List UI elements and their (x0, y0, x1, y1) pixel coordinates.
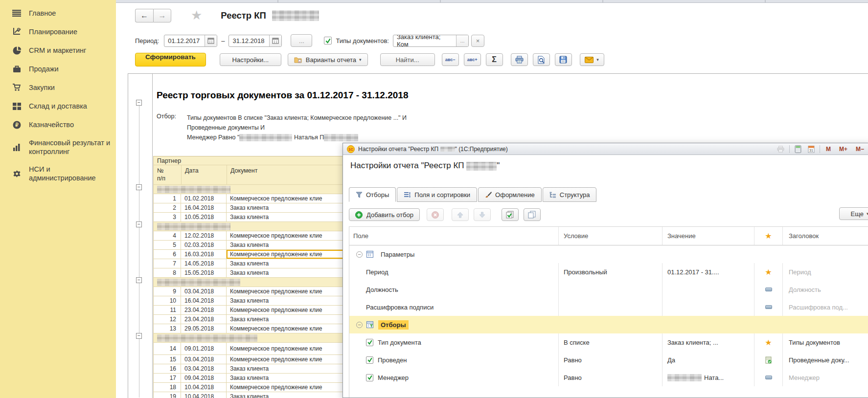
cell-num[interactable]: 3 (154, 213, 181, 221)
dialog-titlebar[interactable]: 1С Настройки отчета "Реестр КП " (1С:Пре… (343, 143, 868, 155)
cell-num[interactable]: 11 (154, 306, 181, 314)
cell-date[interactable]: 09.01.2018 (181, 343, 227, 354)
tab-appearance[interactable]: Оформление (478, 187, 542, 202)
column-header-num[interactable]: № п/п (154, 165, 181, 184)
partner-group-row[interactable] (154, 278, 346, 287)
cell-condition[interactable]: Произвольный (559, 263, 662, 281)
posted-doc-marker-icon[interactable] (765, 356, 772, 364)
tab-fields-sorting[interactable]: Поля и сортировки (397, 187, 477, 202)
cell-date[interactable]: 23.04.2018 (181, 315, 227, 324)
column-header-star[interactable]: ★ (754, 227, 783, 245)
cell-num[interactable]: 7 (154, 259, 181, 268)
cell-num[interactable]: 15 (154, 355, 181, 364)
column-header-date[interactable]: Дата (181, 165, 227, 184)
cell-date[interactable]: 10.05.2018 (181, 213, 227, 221)
cell-value[interactable] (662, 281, 754, 298)
calculator-icon[interactable] (793, 145, 803, 154)
period-to-field[interactable]: 31.12.2018 (228, 35, 282, 47)
print-button[interactable] (511, 53, 528, 66)
cell-value[interactable]: 01.12.2017 - 31.... (662, 263, 754, 281)
column-header-field[interactable]: Поле (349, 227, 559, 245)
report-row[interactable]: 1603.04.2018Заказ клиента (154, 364, 346, 374)
cell-document[interactable]: Коммерческое предложение клие (227, 231, 346, 240)
cell-field[interactable]: Менеджер (349, 369, 559, 386)
report-row[interactable]: 412.02.2018Коммерческое предложение клие (154, 231, 346, 241)
cell-field[interactable]: Тип документа (349, 333, 559, 351)
settings-filter-row[interactable]: ПериодПроизвольный01.12.2017 - 31....★Пе… (349, 263, 868, 281)
report-row[interactable]: 310.05.2018Заказ клиента (154, 213, 346, 222)
cell-num[interactable]: 8 (154, 268, 181, 277)
cell-document[interactable]: Коммерческое предложение клие (227, 383, 346, 392)
add-highlight-button[interactable]: авс+ (464, 53, 481, 66)
cell-document[interactable]: Коммерческое предложение клие (227, 287, 346, 296)
cell-date[interactable]: 10.04.2018 (181, 383, 227, 392)
cell-document[interactable]: Заказ клиента (227, 203, 346, 212)
back-button[interactable]: ← (135, 9, 153, 22)
preview-button[interactable] (533, 53, 550, 66)
cell-field[interactable]: Должность (349, 281, 559, 298)
save-button[interactable] (555, 53, 572, 66)
report-row[interactable]: 101.02.2018Коммерческое предложение клие (154, 194, 346, 203)
cell-num[interactable]: 14 (154, 343, 181, 354)
cell-caption[interactable]: Менеджер (783, 369, 868, 386)
report-variants-button[interactable]: Варианты отчета ▾ (288, 53, 368, 66)
cell-marker[interactable] (754, 369, 783, 386)
settings-group-row[interactable]: −Отборы (349, 316, 868, 333)
cell-caption[interactable]: Типы документов (783, 333, 868, 351)
cell-date[interactable]: 15.05.2018 (181, 268, 227, 277)
column-header-condition[interactable]: Условие (559, 227, 662, 245)
report-row[interactable]: 1329.05.2018Коммерческое предложение кли… (154, 324, 346, 333)
collapse-group-box[interactable]: − (136, 333, 142, 339)
sidebar-item-purchases[interactable]: Закупки (0, 78, 116, 97)
add-filter-button[interactable]: Добавить отбор (349, 208, 420, 221)
memory-minus-button[interactable]: М− (853, 146, 867, 153)
collapse-circle-icon[interactable]: − (356, 322, 363, 328)
cell-condition[interactable]: Равно (559, 351, 662, 369)
collapse-circle-icon[interactable]: − (356, 251, 363, 258)
cell-document[interactable]: Коммерческое предложение клие (227, 306, 346, 314)
cell-document[interactable]: Заказ клиента (227, 374, 346, 382)
cell-date[interactable]: 10.04.2018 (181, 392, 227, 398)
cell-date[interactable]: 12.02.2018 (181, 231, 227, 240)
move-down-button[interactable] (474, 208, 491, 221)
sidebar-item-finance[interactable]: Финансовый результат и контроллинг (0, 134, 116, 160)
sidebar-item-admin[interactable]: НСИ и администрирование (0, 160, 116, 187)
settings-filter-row[interactable]: Расшифровка подписиРасшифровка под... (349, 298, 868, 316)
cell-document[interactable]: Коммерческое предложение клие (227, 250, 346, 259)
cell-condition[interactable] (559, 298, 662, 316)
sidebar-item-sales[interactable]: Продажи (0, 60, 116, 78)
dash-marker-icon[interactable] (765, 376, 772, 379)
find-button[interactable]: Найти... (380, 53, 435, 66)
partner-group-row[interactable] (154, 185, 346, 194)
move-up-button[interactable] (452, 208, 469, 221)
column-header-doc[interactable]: Документ (227, 165, 346, 184)
cell-date[interactable]: 29.05.2018 (181, 324, 227, 333)
doc-types-clear-button[interactable]: × (471, 35, 484, 47)
cell-marker[interactable] (754, 298, 783, 316)
cell-document[interactable]: Заказ клиента (227, 241, 346, 249)
cell-marker[interactable]: ★ (754, 263, 783, 281)
period-from-field[interactable]: 01.12.2017 (164, 35, 217, 47)
cell-document[interactable]: Заказ клиента (227, 364, 346, 373)
settings-filter-row[interactable]: Тип документаВ спискеЗаказ клиента; ...★… (349, 333, 868, 351)
settings-filter-row[interactable]: ДолжностьДолжность (349, 281, 868, 298)
cell-num[interactable]: 1 (154, 194, 181, 203)
cell-num[interactable]: 16 (154, 364, 181, 373)
doc-types-checkbox[interactable] (324, 37, 332, 44)
favorite-star-icon[interactable]: ★ (191, 8, 202, 23)
star-marker-icon[interactable]: ★ (765, 267, 772, 277)
cell-condition[interactable] (559, 281, 662, 298)
cell-marker[interactable]: ★ (754, 333, 783, 351)
cell-date[interactable]: 09.04.2018 (181, 374, 227, 382)
send-mail-button[interactable]: ▾ (580, 53, 604, 66)
report-row[interactable]: 616.03.2018Коммерческое предложение клие (154, 250, 346, 259)
cell-value[interactable]: Да (662, 351, 754, 369)
column-header-caption[interactable]: Заголовок (783, 227, 868, 245)
tab-structure[interactable]: Структура (543, 187, 597, 202)
cell-date[interactable]: 16.03.2018 (181, 250, 227, 259)
cell-date[interactable]: 03.04.2018 (181, 355, 227, 364)
calendar-icon[interactable] (205, 35, 217, 46)
cell-field[interactable]: Период (349, 263, 559, 281)
cell-marker[interactable] (754, 351, 783, 369)
report-row[interactable]: 815.05.2018Заказ клиента (154, 268, 346, 278)
